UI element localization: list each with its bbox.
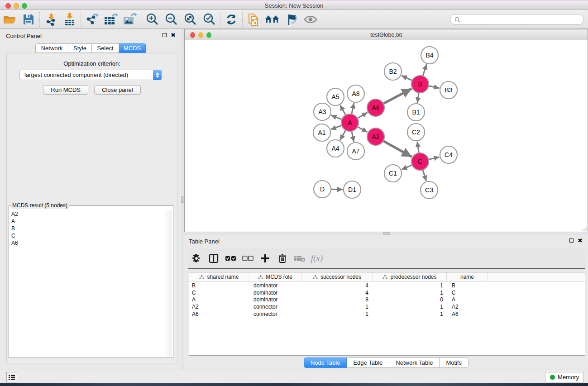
table-cell[interactable]: dominator bbox=[249, 296, 301, 303]
node-A2[interactable]: A2 bbox=[367, 128, 384, 145]
node-A8[interactable]: A8 bbox=[347, 85, 364, 102]
tab-node-table[interactable]: Node Table bbox=[304, 357, 347, 368]
tab-style[interactable]: Style bbox=[68, 43, 92, 53]
result-item[interactable]: B bbox=[10, 225, 165, 232]
table-cell[interactable]: A6 bbox=[447, 311, 488, 317]
node-B[interactable]: B bbox=[411, 76, 429, 93]
close-panel-icon[interactable]: ✖ bbox=[578, 238, 583, 243]
tab-mcds[interactable]: MCDS bbox=[119, 43, 146, 53]
table-cell[interactable]: 4 bbox=[301, 290, 373, 296]
table-cell[interactable]: B bbox=[189, 282, 249, 289]
show-hide-button[interactable] bbox=[301, 11, 320, 28]
result-item[interactable]: A bbox=[10, 218, 165, 225]
table-cell[interactable]: 0 bbox=[373, 296, 447, 303]
table-cell[interactable]: A2 bbox=[447, 304, 488, 310]
node-B2[interactable]: B2 bbox=[384, 63, 402, 80]
edge-A-A4[interactable] bbox=[340, 130, 345, 140]
export-table-button[interactable] bbox=[101, 11, 120, 28]
zoom-out-button[interactable] bbox=[162, 11, 181, 28]
edge-B-B2[interactable] bbox=[402, 76, 412, 81]
delete-table-button[interactable] bbox=[291, 250, 308, 267]
edge-C-C3[interactable] bbox=[423, 170, 426, 181]
result-item[interactable]: A6 bbox=[10, 239, 165, 247]
deselect-all-button[interactable] bbox=[239, 250, 257, 267]
result-item[interactable]: C bbox=[10, 232, 165, 239]
node-C1[interactable]: C1 bbox=[384, 165, 402, 182]
tab-select[interactable]: Select bbox=[92, 43, 119, 53]
node-C[interactable]: C bbox=[411, 153, 429, 170]
delete-column-button[interactable] bbox=[274, 250, 291, 267]
network-graph[interactable]: B4B2BB3A8A5A6A3B1AC2A1A2A4A7C4CC1DD1C3 bbox=[185, 40, 588, 232]
table-cell[interactable]: connector bbox=[249, 311, 301, 317]
tab-edge-table[interactable]: Edge Table bbox=[347, 357, 389, 368]
graphics-details-button[interactable] bbox=[282, 11, 301, 28]
table-row[interactable]: A6connector11A6 bbox=[189, 310, 585, 318]
node-B3[interactable]: B3 bbox=[440, 81, 457, 99]
edge-A-A3[interactable] bbox=[331, 115, 342, 119]
table-cell[interactable]: A6 bbox=[189, 311, 249, 317]
column-header-predecessor-nodes[interactable]: predecessor nodes bbox=[373, 272, 447, 281]
select-all-button[interactable] bbox=[222, 250, 239, 267]
import-network-button[interactable] bbox=[41, 11, 60, 28]
node-A[interactable]: A bbox=[341, 114, 359, 131]
table-cell[interactable]: 1 bbox=[301, 304, 373, 310]
add-column-button[interactable] bbox=[257, 250, 274, 267]
zoom-selected-button[interactable] bbox=[200, 11, 219, 28]
search-field[interactable] bbox=[450, 14, 584, 25]
save-session-button[interactable] bbox=[19, 11, 38, 28]
edge-A6-B[interactable] bbox=[384, 89, 412, 104]
edge-A-A2[interactable] bbox=[358, 127, 368, 132]
node-C2[interactable]: C2 bbox=[407, 124, 425, 141]
node-A1[interactable]: A1 bbox=[313, 124, 330, 141]
node-B1[interactable]: B1 bbox=[407, 104, 425, 121]
edge-A-A6[interactable] bbox=[358, 113, 368, 118]
edge-A-A8[interactable] bbox=[352, 103, 354, 114]
table-row[interactable]: A2connector11A2 bbox=[189, 303, 585, 310]
table-cell[interactable]: C bbox=[189, 290, 249, 296]
column-header-shared-name[interactable]: shared name bbox=[189, 272, 249, 281]
tab-network[interactable]: Network bbox=[35, 43, 68, 53]
splitter-handle[interactable] bbox=[181, 196, 184, 203]
export-image-button[interactable] bbox=[120, 11, 139, 28]
edge-A2-C[interactable] bbox=[383, 141, 411, 157]
table-cell[interactable]: dominator bbox=[249, 290, 301, 296]
table-cell[interactable]: 1 bbox=[373, 304, 447, 310]
float-panel-icon[interactable] bbox=[569, 238, 574, 243]
panel-splitter[interactable] bbox=[181, 29, 184, 370]
table-row[interactable]: Cdominator41C bbox=[189, 289, 585, 296]
show-columns-button[interactable] bbox=[205, 250, 222, 267]
node-A5[interactable]: A5 bbox=[327, 88, 344, 105]
table-cell[interactable]: A bbox=[189, 296, 249, 303]
mcds-result-list[interactable]: A2ABCA6 bbox=[10, 210, 165, 357]
tab-motifs[interactable]: Motifs bbox=[440, 357, 468, 368]
criterion-select[interactable]: largest connected component (directed) bbox=[19, 70, 162, 80]
tab-network-table[interactable]: Network Table bbox=[389, 357, 440, 368]
window-resize-grip[interactable] bbox=[582, 226, 587, 231]
table-row[interactable]: Bdominator41B bbox=[189, 282, 585, 289]
function-builder-button[interactable]: f(x) bbox=[308, 250, 325, 267]
search-input[interactable] bbox=[463, 15, 583, 24]
edge-A-A1[interactable] bbox=[331, 126, 341, 129]
node-A3[interactable]: A3 bbox=[314, 103, 331, 120]
table-cell[interactable]: 4 bbox=[301, 282, 373, 289]
edge-B-B3[interactable] bbox=[429, 86, 440, 88]
float-panel-icon[interactable] bbox=[163, 33, 167, 37]
export-network-button[interactable] bbox=[82, 11, 101, 28]
edge-A-A5[interactable] bbox=[340, 105, 345, 114]
column-header-successor-nodes[interactable]: successor nodes bbox=[301, 272, 373, 281]
import-table-button[interactable] bbox=[60, 11, 79, 28]
table-cell[interactable]: B bbox=[447, 282, 488, 289]
duplicate-network-button[interactable] bbox=[244, 11, 263, 28]
edge-C-C4[interactable] bbox=[429, 157, 439, 160]
table-cell[interactable]: C bbox=[447, 290, 488, 296]
close-panel-button[interactable]: Close panel bbox=[94, 85, 141, 95]
open-session-button[interactable] bbox=[0, 11, 19, 28]
node-A6[interactable]: A6 bbox=[367, 99, 384, 116]
column-header-name[interactable]: name bbox=[447, 272, 488, 281]
table-cell[interactable]: 1 bbox=[301, 311, 373, 317]
task-history-button[interactable] bbox=[6, 372, 17, 382]
column-header-MCDS-role[interactable]: MCDS role bbox=[249, 272, 301, 281]
edge-A-A7[interactable] bbox=[352, 132, 354, 142]
table-cell[interactable]: connector bbox=[249, 304, 301, 310]
close-panel-icon[interactable]: ✖ bbox=[171, 33, 176, 38]
